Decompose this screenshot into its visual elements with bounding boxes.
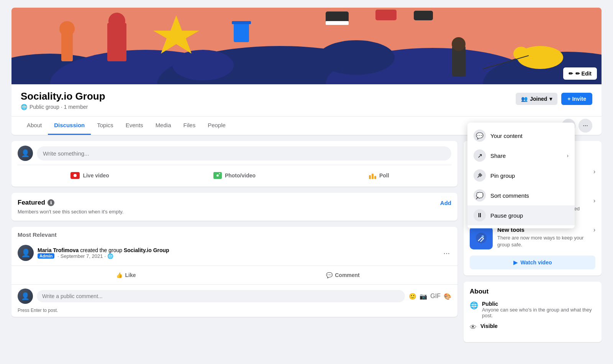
featured-title-text: Featured: [18, 199, 45, 207]
globe-icon: 🌐: [21, 104, 27, 110]
membership-chevron: ›: [593, 168, 595, 175]
comment-icon: 💬: [326, 272, 333, 278]
share-icon: ↗: [474, 149, 486, 162]
like-label: Like: [125, 272, 136, 278]
photo-icon: [213, 172, 222, 179]
post-input[interactable]: [37, 146, 451, 161]
post-author-name: Maria Trofimova created the group Social…: [38, 247, 438, 253]
commenter-avatar: 👤: [18, 289, 33, 304]
like-button[interactable]: 👍 Like: [18, 269, 234, 281]
dropdown-sort-comments[interactable]: 💭 Sort comments: [467, 185, 575, 205]
post-box-top: 👤: [18, 146, 451, 161]
live-video-button[interactable]: Live video: [18, 169, 162, 182]
user-avatar: 👤: [18, 146, 33, 161]
post-reactions: 👍 Like 💬 Comment: [11, 266, 457, 285]
joined-button[interactable]: 👥 Joined ▾: [516, 93, 557, 105]
play-icon: ▶: [513, 259, 518, 266]
tab-about[interactable]: About: [21, 116, 48, 135]
photo-video-label: Photo/video: [225, 172, 256, 179]
public-globe-icon: 🌐: [470, 301, 478, 310]
tab-discussion[interactable]: Discussion: [48, 116, 91, 135]
post-box-card: 👤 Live video: [11, 141, 457, 187]
tab-topics[interactable]: Topics: [91, 116, 120, 135]
comment-button[interactable]: 💬 Comment: [234, 269, 451, 281]
invite-button[interactable]: + Invite: [561, 93, 592, 105]
group-meta: 🌐 Public group · 1 member: [21, 104, 105, 110]
joined-label: Joined: [530, 96, 547, 102]
featured-subtitle: Members won't see this section when it's…: [18, 209, 451, 215]
live-video-label: Live video: [83, 172, 109, 179]
dropdown-pin-group[interactable]: Pin group: [467, 166, 575, 185]
svg-point-9: [59, 21, 75, 36]
cover-illustration: [11, 8, 602, 84]
svg-line-35: [477, 177, 478, 178]
svg-point-20: [513, 47, 529, 61]
nav-tabs: About Discussion Topics Events Media Fil…: [21, 116, 232, 135]
post-author[interactable]: Maria Trofimova: [38, 247, 79, 253]
featured-card-header: Featured ℹ Add: [18, 199, 451, 207]
tab-people[interactable]: People: [202, 116, 232, 135]
post-meta: Admin · September 7, 2021 · 🌐: [38, 253, 438, 259]
post-more-button[interactable]: ···: [442, 247, 451, 259]
post-actions: Live video Photo/video: [18, 165, 451, 182]
edit-cover-button[interactable]: ✏ ✏ Edit: [563, 67, 597, 80]
featured-add-button[interactable]: Add: [440, 200, 451, 206]
sort-comments-label: Sort comments: [490, 192, 569, 199]
people-icon: 👥: [521, 96, 528, 102]
visible-eye-icon: 👁: [470, 323, 477, 331]
more-options-button[interactable]: ···: [579, 119, 592, 133]
more-icon: ···: [583, 122, 588, 129]
share-chevron: ›: [567, 152, 569, 159]
new-tools-chevron: ›: [593, 226, 595, 233]
poll-icon: [369, 172, 376, 179]
left-column: 👤 Live video: [11, 141, 457, 342]
press-enter-hint: Press Enter to post.: [11, 308, 457, 317]
info-icon: ℹ: [48, 199, 54, 206]
feed-post-card: Most Relevant 👤 Maria Trofimova created …: [11, 227, 457, 317]
group-meta-text: Public group · 1 member: [30, 104, 88, 110]
invite-label: + Invite: [567, 96, 586, 102]
dropdown-pause-group[interactable]: ⏸ Pause group: [467, 205, 575, 225]
group-header-card: ✏ ✏ Edit Sociality.io Group 🌐 Public gro…: [11, 8, 602, 135]
watch-video-button[interactable]: ▶ Watch video: [470, 256, 595, 269]
change-new-tools-row[interactable]: New tools There are now more ways to kee…: [470, 226, 595, 249]
post-visibility-icon: 🌐: [107, 253, 113, 259]
group-info-row: Sociality.io Group 🌐 Public group · 1 me…: [11, 84, 602, 116]
tab-files[interactable]: Files: [177, 116, 202, 135]
camera-icon[interactable]: 📷: [420, 293, 427, 300]
share-label: Share: [490, 152, 562, 159]
group-title-section: Sociality.io Group 🌐 Public group · 1 me…: [21, 90, 105, 110]
tab-events[interactable]: Events: [120, 116, 149, 135]
about-visible-text: Visible: [480, 323, 498, 329]
pause-group-label: Pause group: [490, 212, 569, 219]
photo-video-button[interactable]: Photo/video: [162, 169, 306, 182]
featured-title: Featured ℹ: [18, 199, 54, 207]
post-author-info: Maria Trofimova created the group Social…: [38, 247, 438, 259]
post-admin-tag: Admin: [38, 253, 54, 259]
svg-point-26: [219, 173, 220, 174]
feed-sort-label: Most Relevant: [11, 227, 457, 240]
new-tools-text: New tools There are now more ways to kee…: [497, 226, 589, 248]
change-new-tools: New tools There are now more ways to kee…: [470, 226, 595, 249]
visible-label: Visible: [480, 323, 498, 329]
watch-video-label: Watch video: [521, 259, 552, 266]
gif-icon[interactable]: GIF: [430, 293, 441, 300]
poll-button[interactable]: Poll: [307, 169, 451, 182]
about-title: About: [470, 288, 595, 295]
dropdown-your-content[interactable]: 💬 Your content: [467, 126, 575, 146]
tab-media[interactable]: Media: [149, 116, 177, 135]
dropdown-share[interactable]: ↗ Share ›: [467, 146, 575, 166]
comment-input-row: 👤 🙂 📷 GIF 🎨: [11, 285, 457, 308]
group-title: Sociality.io Group: [21, 90, 105, 102]
comment-input[interactable]: [37, 290, 405, 302]
emoji-icon[interactable]: 🙂: [409, 293, 416, 300]
live-icon: [70, 172, 80, 179]
commenter-avatar-img: 👤: [18, 289, 33, 304]
avatar-image: 👤: [18, 146, 33, 161]
svg-point-11: [108, 13, 125, 30]
about-public-text: Public Anyone can see who's in the group…: [482, 301, 595, 318]
your-content-icon: 💬: [474, 130, 486, 142]
new-tools-icon-box: [470, 226, 493, 249]
thumbs-up-icon: 👍: [116, 272, 123, 278]
sticker-icon[interactable]: 🎨: [444, 293, 451, 300]
